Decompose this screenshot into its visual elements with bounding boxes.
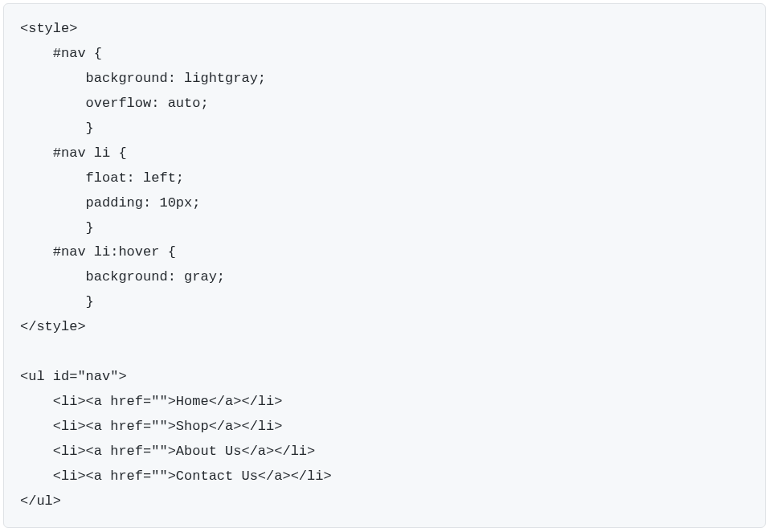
code-block: <style> #nav { background: lightgray; ov… [3, 3, 766, 528]
code-content: <style> #nav { background: lightgray; ov… [20, 17, 749, 514]
